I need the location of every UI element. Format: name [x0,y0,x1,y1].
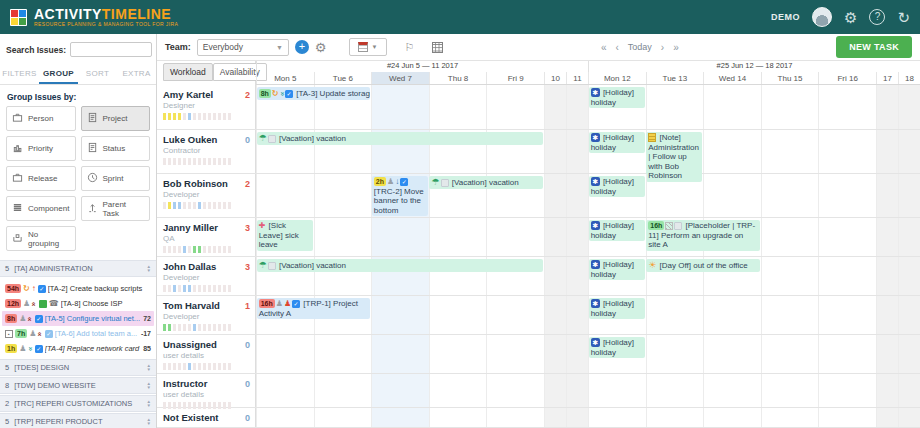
timeline-card[interactable]: ☀ [Day Off] out of the office [646,259,760,272]
day-cell[interactable] [566,130,588,173]
settings-gear-icon[interactable]: ⚙ [844,10,857,25]
day-cell[interactable] [566,374,588,407]
day-cell[interactable] [898,257,920,295]
day-cell[interactable] [314,218,372,256]
issue-row[interactable]: ▪7h♟»✓[TA-6] Add total team a...-17 [2,326,154,341]
project-header[interactable]: 5[TA] ADMINISTRATION▲▼ [0,260,156,277]
day-cell[interactable] [898,85,920,129]
timeline-card[interactable]: ✱ [Holiday] holiday [589,259,645,280]
day-cell[interactable] [371,296,429,334]
group-by-release-button[interactable]: Release [6,166,76,191]
day-cell[interactable] [544,296,566,334]
day-cell[interactable] [566,174,588,217]
sidebar-tab-extra[interactable]: EXTRA [117,63,156,84]
day-cell[interactable] [256,374,314,407]
person-cell[interactable]: Bob Robinson2Developer [157,174,256,217]
day-cell[interactable] [256,408,314,427]
day-cell[interactable] [544,85,566,129]
sidebar-tab-group[interactable]: GROUP [39,63,78,84]
day-cell[interactable] [486,296,544,334]
group-by-person-button[interactable]: Person [6,106,76,131]
day-cell[interactable] [566,296,588,334]
avatar[interactable] [812,7,832,27]
add-team-button[interactable]: + [295,40,309,54]
project-header[interactable]: 5[TRP] REPERI PRODUCT▲▼ [0,413,156,428]
day-cell[interactable] [761,85,819,129]
nav-prev-button[interactable]: ‹ [615,42,618,53]
day-cell[interactable] [818,408,876,427]
team-select[interactable]: Everybody ▼ [197,39,289,56]
group-by-sprint-button[interactable]: Sprint [81,166,151,191]
nav-first-button[interactable]: « [601,42,607,53]
day-cell[interactable] [544,218,566,256]
day-cell[interactable] [818,85,876,129]
milestone-flag-icon[interactable]: ⚐ [405,41,415,54]
issue-row[interactable]: 1h♟»✓[TA-4] Replace network card85 [2,341,154,356]
search-issues-input[interactable] [70,42,152,57]
sort-handle-icon[interactable]: ▲▼ [147,400,151,407]
day-cell[interactable] [818,335,876,373]
day-cell[interactable] [761,335,819,373]
day-cell[interactable] [371,218,429,256]
timeline-card[interactable]: ☂ [Vacation] vacation [429,176,543,189]
day-cell[interactable] [761,374,819,407]
timeline-card[interactable]: ✱ [Holiday] holiday [589,132,645,153]
date-range-dropdown[interactable]: ▼ [349,38,387,56]
day-cell[interactable] [818,174,876,217]
issue-row[interactable]: 12h♟»☎[TA-8] Choose ISP [2,296,154,311]
day-cell[interactable] [703,408,761,427]
day-cell[interactable] [429,408,487,427]
day-cell[interactable] [761,408,819,427]
day-cell[interactable] [898,218,920,256]
day-cell[interactable] [646,335,704,373]
person-cell[interactable]: Tom Harvald1Developer [157,296,256,334]
timeline-card[interactable]: 8h↻»✓ [TA-3] Update storage location [257,87,371,100]
person-cell[interactable]: Amy Kartel2Designer [157,85,256,129]
person-cell[interactable]: Janny Miller3QA [157,218,256,256]
day-cell[interactable] [544,257,566,295]
day-cell[interactable] [486,85,544,129]
help-icon[interactable]: ? [869,9,885,25]
day-cell[interactable] [761,296,819,334]
day-cell[interactable] [898,374,920,407]
day-cell[interactable] [588,408,646,427]
day-cell[interactable] [566,335,588,373]
group-by-priority-button[interactable]: Priority [6,136,76,161]
group-by-no-grouping-button[interactable]: No grouping [6,226,76,251]
timeline-card[interactable]: 16h♟♟✓ [TRP-1] Project Activity A [257,298,371,319]
day-cell[interactable] [818,296,876,334]
timeline-card[interactable]: ✱ [Holiday] holiday [589,337,645,358]
day-cell[interactable] [429,374,487,407]
issue-row[interactable]: 8h♟»✓[TA-5] Configure virtual net...72 [2,311,154,326]
day-cell[interactable] [544,174,566,217]
day-cell[interactable] [761,130,819,173]
day-cell[interactable] [429,85,487,129]
day-cell[interactable] [314,408,372,427]
person-cell[interactable]: Unassigned0user details [157,335,256,373]
day-cell[interactable] [876,374,898,407]
timeline-card[interactable]: ☂ [Vacation] vacation [257,259,543,272]
day-cell[interactable] [566,408,588,427]
day-cell[interactable] [761,257,819,295]
day-cell[interactable] [429,218,487,256]
new-task-button[interactable]: NEW TASK [836,36,912,58]
day-cell[interactable] [646,174,704,217]
day-cell[interactable] [876,130,898,173]
day-cell[interactable] [876,335,898,373]
day-cell[interactable] [314,174,372,217]
day-cell[interactable] [898,130,920,173]
timeline-card[interactable]: ✱ [Holiday] holiday [589,298,645,319]
day-cell[interactable] [876,218,898,256]
day-cell[interactable] [646,296,704,334]
group-by-project-button[interactable]: Project [81,106,151,131]
calendar-grid-icon[interactable] [432,42,443,53]
day-cell[interactable] [703,85,761,129]
day-cell[interactable] [256,335,314,373]
day-cell[interactable] [646,408,704,427]
day-cell[interactable] [898,408,920,427]
person-cell[interactable]: Not Existent0 [157,408,256,427]
sidebar-tab-filters[interactable]: FILTERS [0,63,39,84]
day-cell[interactable] [876,296,898,334]
day-cell[interactable] [371,408,429,427]
day-cell[interactable] [371,374,429,407]
